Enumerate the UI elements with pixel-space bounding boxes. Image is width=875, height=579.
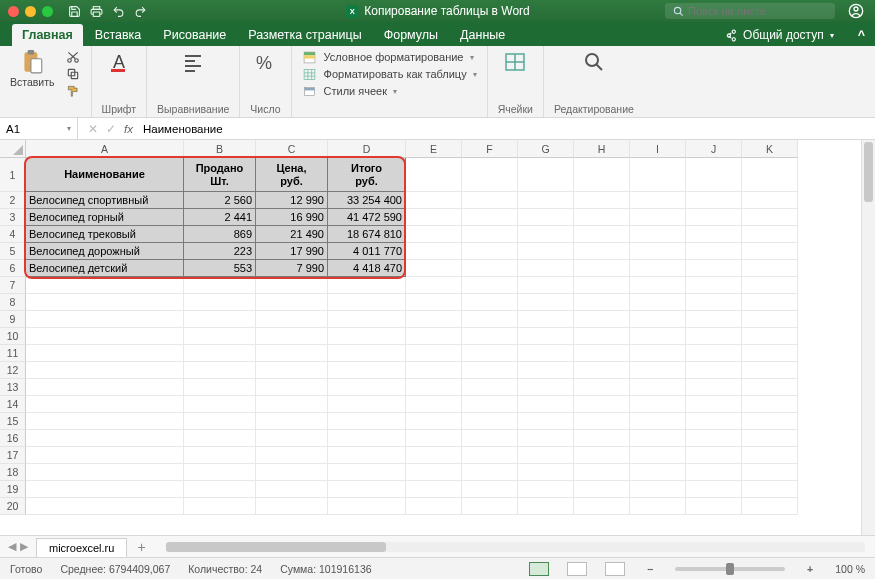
user-menu-icon[interactable] [845,0,867,22]
cell[interactable] [518,192,574,209]
cell[interactable] [26,464,184,481]
cell[interactable] [686,226,742,243]
cell[interactable] [686,243,742,260]
cell[interactable] [742,226,798,243]
cell[interactable] [26,362,184,379]
cell[interactable] [518,464,574,481]
cell[interactable] [462,362,518,379]
col-header[interactable]: H [574,140,630,158]
cell[interactable] [630,209,686,226]
cell[interactable] [462,243,518,260]
cell[interactable] [462,481,518,498]
cell[interactable] [184,328,256,345]
cell[interactable] [574,226,630,243]
cell[interactable] [686,379,742,396]
cell[interactable] [742,243,798,260]
cell[interactable] [328,430,406,447]
save-icon[interactable] [67,4,81,18]
cell[interactable] [328,464,406,481]
cell[interactable] [328,396,406,413]
cells-button[interactable] [501,50,529,74]
cell[interactable] [462,464,518,481]
row-header[interactable]: 10 [0,328,26,345]
row-header[interactable]: 11 [0,345,26,362]
cell[interactable] [518,447,574,464]
fullscreen-window-button[interactable] [42,6,53,17]
add-sheet-button[interactable]: + [127,539,155,555]
cell[interactable] [630,294,686,311]
cell[interactable] [686,328,742,345]
cell[interactable] [462,430,518,447]
cell[interactable] [686,294,742,311]
cell[interactable] [630,464,686,481]
vertical-scrollbar[interactable] [861,140,875,535]
cell[interactable] [256,277,328,294]
row-header[interactable]: 17 [0,447,26,464]
cell[interactable] [462,158,518,192]
col-header[interactable]: I [630,140,686,158]
cell[interactable] [328,277,406,294]
cell[interactable] [462,277,518,294]
spreadsheet-grid[interactable]: A B C D E F G H I J K 123456789101112131… [0,140,875,535]
col-header[interactable]: A [26,140,184,158]
cell[interactable]: 7 990 [256,260,328,277]
cut-icon[interactable] [65,50,81,64]
row-header[interactable]: 15 [0,413,26,430]
cell[interactable] [518,260,574,277]
format-as-table-button[interactable]: Форматировать как таблицу ▾ [302,67,477,81]
cell[interactable] [328,294,406,311]
cell[interactable] [184,311,256,328]
view-normal-button[interactable] [529,562,549,576]
cell[interactable] [406,328,462,345]
cell[interactable] [518,362,574,379]
search-input[interactable] [688,5,827,17]
accept-formula-icon[interactable]: ✓ [106,122,116,136]
cell[interactable] [406,379,462,396]
number-button[interactable]: % [251,50,279,74]
cell[interactable] [574,243,630,260]
cell[interactable] [574,413,630,430]
cell[interactable] [574,277,630,294]
cell[interactable] [256,396,328,413]
cell[interactable] [742,209,798,226]
cell[interactable] [184,430,256,447]
copy-icon[interactable] [65,67,81,81]
cell[interactable] [630,328,686,345]
cell[interactable] [328,311,406,328]
cell[interactable]: Велосипед спортивный [26,192,184,209]
cell[interactable] [406,481,462,498]
share-button[interactable]: Общий доступ ▾ [712,24,846,46]
undo-icon[interactable] [111,4,125,18]
cell[interactable] [406,447,462,464]
cell[interactable] [630,243,686,260]
cell[interactable] [462,379,518,396]
tab-data[interactable]: Данные [450,24,515,46]
cell[interactable] [26,379,184,396]
cell[interactable] [742,345,798,362]
cell[interactable] [686,192,742,209]
cell[interactable]: Наименование [26,158,184,192]
sheet-next-icon[interactable]: ▶ [20,540,28,553]
cell[interactable] [518,158,574,192]
select-all-corner[interactable] [0,140,26,158]
cell[interactable] [184,294,256,311]
editing-button[interactable] [580,50,608,74]
cell[interactable]: 2 560 [184,192,256,209]
cell[interactable] [328,379,406,396]
cell[interactable] [26,277,184,294]
cell[interactable]: 4 418 470 [328,260,406,277]
cell[interactable] [256,430,328,447]
cell[interactable] [574,311,630,328]
cell[interactable] [406,192,462,209]
cell[interactable] [574,379,630,396]
cell[interactable] [184,362,256,379]
cell[interactable] [462,413,518,430]
cell[interactable] [686,345,742,362]
cell[interactable]: 33 254 400 [328,192,406,209]
cell[interactable] [184,277,256,294]
cell[interactable] [574,209,630,226]
cell[interactable] [184,396,256,413]
cell[interactable] [630,430,686,447]
cell[interactable] [742,396,798,413]
cell[interactable] [574,294,630,311]
